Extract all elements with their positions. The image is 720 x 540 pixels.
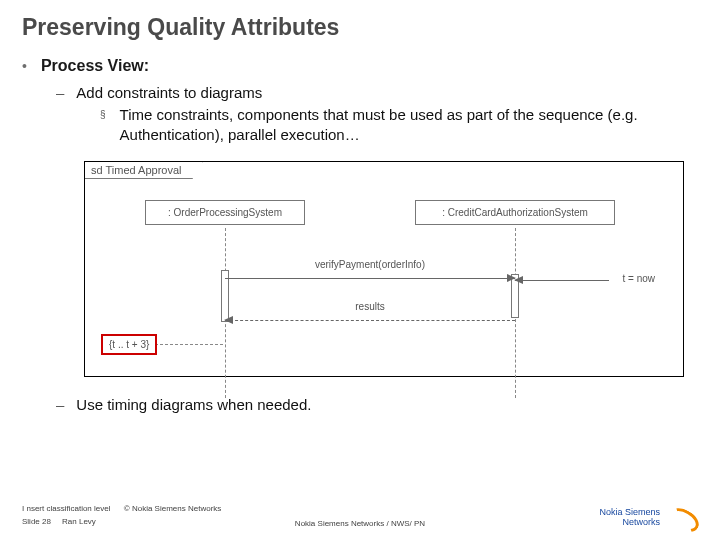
- time-marker: t = now: [515, 274, 655, 288]
- bullet-text: Add constraints to diagrams: [76, 83, 262, 103]
- arrow-left-icon: [514, 276, 523, 284]
- logo-text-line: Networks: [599, 517, 660, 527]
- classification-label: I nsert classification level: [22, 504, 110, 513]
- arrow-left-icon: [224, 316, 233, 324]
- time-marker-label: t = now: [622, 273, 655, 284]
- lifeline-order-processing: : OrderProcessingSystem: [145, 200, 305, 225]
- sd-frame-label: sd Timed Approval: [85, 162, 203, 179]
- bullet-mark: –: [56, 83, 64, 103]
- author-name: Ran Levy: [62, 517, 96, 526]
- message-verify-payment: verifyPayment(orderInfo): [225, 272, 515, 290]
- bullet-text: Use timing diagrams when needed.: [76, 395, 311, 415]
- swoosh-icon: [664, 506, 698, 528]
- bullet-text: Time constraints, components that must b…: [120, 105, 680, 145]
- bullet-level3: § Time constraints, components that must…: [100, 105, 698, 145]
- sequence-diagram: sd Timed Approval : OrderProcessingSyste…: [84, 161, 686, 377]
- copyright-label: © Nokia Siemens Networks: [124, 504, 221, 513]
- bullet-level2: – Use timing diagrams when needed.: [56, 395, 698, 415]
- footer-center-text: Nokia Siemens Networks / NWS/ PN: [295, 519, 425, 528]
- nokia-siemens-logo: Nokia Siemens Networks: [599, 506, 698, 528]
- bullet-mark: –: [56, 395, 64, 415]
- message-label: results: [225, 301, 515, 312]
- message-results: results: [225, 314, 515, 332]
- logo-text-line: Nokia Siemens: [599, 507, 660, 517]
- slide-title: Preserving Quality Attributes: [22, 14, 698, 41]
- lifeline-head: : CreditCardAuthorizationSystem: [415, 200, 615, 225]
- bullet-mark: •: [22, 55, 27, 77]
- constraint-connector: [155, 344, 223, 345]
- message-label: verifyPayment(orderInfo): [225, 259, 515, 270]
- slide-number: Slide 28: [22, 517, 51, 526]
- bullet-text: Process View:: [41, 55, 149, 77]
- lifeline-credit-card-auth: : CreditCardAuthorizationSystem: [415, 200, 615, 225]
- bullet-level2: – Add constraints to diagrams: [56, 83, 698, 103]
- lifeline-head: : OrderProcessingSystem: [145, 200, 305, 225]
- time-constraint: {t .. t + 3}: [101, 334, 157, 355]
- bullet-level1: • Process View:: [22, 55, 698, 77]
- bullet-mark: §: [100, 105, 106, 125]
- slide-footer: I nsert classification level © Nokia Sie…: [22, 502, 698, 528]
